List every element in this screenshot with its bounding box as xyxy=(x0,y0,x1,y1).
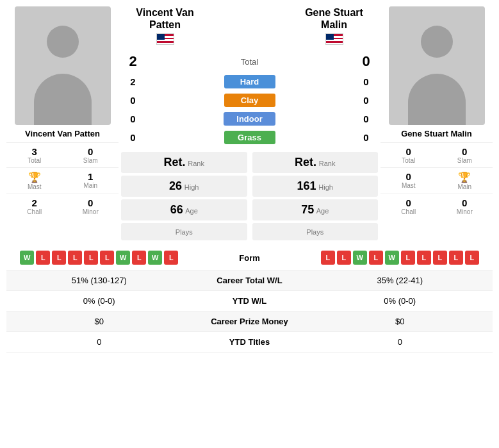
info-boxes-row: Ret. Rank 26 High 66 Age Plays xyxy=(119,151,380,242)
form-badge: L xyxy=(132,251,146,265)
form-row: WLLLLLWLWL Form LLWLWLLLLL xyxy=(6,245,493,270)
player2-slam-cell: 0 Slam xyxy=(437,142,493,167)
form-badge: L xyxy=(369,251,383,265)
form-badge: W xyxy=(20,251,34,265)
stat-left: 0% (0-0) xyxy=(6,296,192,306)
player1-form: WLLLLLWLWL xyxy=(6,251,192,265)
player1-column: Vincent Van Patten 3 Total 0 Slam 🏆 Mast… xyxy=(6,6,119,242)
player1-age-val: 66 xyxy=(170,203,183,216)
clay-right: 0 xyxy=(352,95,380,106)
player-names-row: Vincent Van Patten Gene Stuart Malin xyxy=(119,6,380,51)
form-badge: L xyxy=(100,251,114,265)
indoor-row: 0 Indoor 0 xyxy=(119,110,380,128)
player2-name: Gene Stuart Malin xyxy=(401,129,472,138)
total-label: Total xyxy=(147,57,352,67)
player1-mast-lbl: Mast xyxy=(8,183,61,190)
player1-chall-lbl: Chall xyxy=(8,208,61,215)
hard-left: 2 xyxy=(119,76,147,87)
indoor-left: 0 xyxy=(119,113,147,124)
player2-info-boxes: Ret. Rank 161 High 75 Age Plays xyxy=(250,151,381,242)
player1-stats-row3: 2 Chall 0 Minor xyxy=(6,194,119,219)
center-column: Vincent Van Patten Gene Stuart Malin 2 xyxy=(119,6,380,242)
player1-chall-val: 2 xyxy=(8,197,61,208)
grass-badge: Grass xyxy=(224,131,275,144)
player2-total-lbl: Total xyxy=(382,157,436,164)
player1-flag-icon xyxy=(156,33,174,45)
indoor-right: 0 xyxy=(352,113,380,124)
player1-high-box: 26 High xyxy=(121,176,247,197)
form-badge: L xyxy=(321,251,335,265)
player1-form-badges: WLLLLLWLWL xyxy=(6,251,192,265)
player2-header: Gene Stuart Malin xyxy=(288,6,380,47)
player1-total-cell: 3 Total xyxy=(6,142,63,167)
player2-high-lbl: High xyxy=(318,183,333,191)
player1-mast-cell: 🏆 Mast xyxy=(6,167,63,194)
player2-mast-cell: 0 Mast xyxy=(380,167,437,194)
player1-slam-val: 0 xyxy=(64,146,118,157)
form-badge: L xyxy=(52,251,66,265)
form-label: Form xyxy=(192,253,307,263)
stat-center-label: YTD Titles xyxy=(192,337,307,347)
stat-right: $0 xyxy=(307,317,493,326)
clay-badge: Clay xyxy=(224,94,275,107)
total-left: 2 xyxy=(119,53,147,70)
player2-slam-val: 0 xyxy=(438,146,492,157)
player1-plays-lbl: Plays xyxy=(176,228,193,236)
player2-age-box: 75 Age xyxy=(252,199,379,220)
indoor-badge: Indoor xyxy=(224,112,275,126)
player1-slam-cell: 0 Slam xyxy=(63,142,119,167)
bottom-section: WLLLLLWLWL Form LLWLWLLLLL 51% (130-127)… xyxy=(0,242,499,356)
player2-photo xyxy=(389,6,485,125)
player1-mast-icon: 🏆 xyxy=(8,171,61,183)
player2-minor-lbl: Minor xyxy=(438,208,492,215)
player1-main-lbl: Main xyxy=(64,182,118,189)
form-badge: W xyxy=(353,251,367,265)
stat-left: $0 xyxy=(6,317,192,326)
player2-header-name: Gene Stuart xyxy=(288,6,380,19)
hard-row: 2 Hard 0 xyxy=(119,72,380,91)
player2-main-lbl: Main xyxy=(438,183,492,190)
player2-high-box: 161 High xyxy=(252,176,379,197)
player2-main-cell: 🏆 Main xyxy=(437,167,493,194)
clay-left: 0 xyxy=(119,95,147,106)
player2-stats-row1: 0 Total 0 Slam xyxy=(380,142,493,167)
player1-flag xyxy=(119,33,211,47)
form-badge: L xyxy=(465,251,479,265)
player2-high-val: 161 xyxy=(297,179,316,192)
page-container: Vincent Van Patten 3 Total 0 Slam 🏆 Mast… xyxy=(0,0,499,356)
hard-badge: Hard xyxy=(224,75,275,88)
player1-main-val: 1 xyxy=(64,171,118,182)
player2-mast-val: 0 xyxy=(382,171,436,182)
indoor-badge-container: Indoor xyxy=(147,112,352,126)
player1-stats-row2: 🏆 Mast 1 Main xyxy=(6,167,119,194)
stat-left: 51% (130-127) xyxy=(6,276,192,285)
form-badge: L xyxy=(401,251,415,265)
player1-stats-row1: 3 Total 0 Slam xyxy=(6,142,119,167)
stat-right: 0 xyxy=(307,337,493,347)
stat-row: 0YTD Titles0 xyxy=(6,332,493,353)
player2-plays-lbl: Plays xyxy=(306,228,323,236)
stat-left: 0 xyxy=(6,337,192,347)
player2-plays-box: Plays xyxy=(252,223,379,240)
hard-right: 0 xyxy=(352,76,380,87)
player1-slam-lbl: Slam xyxy=(64,157,118,164)
form-badge: W xyxy=(148,251,162,265)
player1-name: Vincent Van Patten xyxy=(25,129,100,138)
player1-minor-val: 0 xyxy=(64,197,118,208)
player1-info-boxes: Ret. Rank 26 High 66 Age Plays xyxy=(119,151,250,242)
player1-chall-cell: 2 Chall xyxy=(6,194,63,219)
player2-chall-lbl: Chall xyxy=(382,208,436,215)
clay-row: 0 Clay 0 xyxy=(119,91,380,110)
stat-center-label: Career Prize Money xyxy=(192,317,307,326)
player2-header-name2: Malin xyxy=(288,19,380,31)
stat-right: 35% (22-41) xyxy=(307,276,493,285)
player1-age-box: 66 Age xyxy=(121,199,247,220)
player1-minor-lbl: Minor xyxy=(64,208,118,215)
player1-header-name2: Patten xyxy=(119,19,211,31)
player2-flag xyxy=(288,33,380,47)
player2-total-val: 0 xyxy=(382,146,436,157)
player1-total-val: 3 xyxy=(8,146,61,157)
player1-header: Vincent Van Patten xyxy=(119,6,211,47)
player2-slam-lbl: Slam xyxy=(438,157,492,164)
form-badge: L xyxy=(449,251,463,265)
